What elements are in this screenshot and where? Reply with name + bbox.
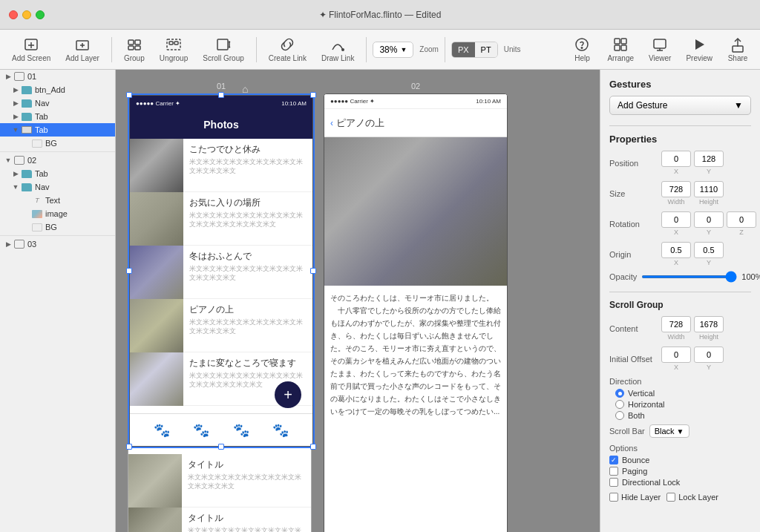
list-item: タイトル 米文米文米文米文米文米文米文米文米文米文米文米文 bbox=[128, 508, 311, 532]
expand-icon: ▼ bbox=[10, 125, 21, 135]
directional-lock-checkbox[interactable] bbox=[609, 478, 618, 487]
paging-checkbox[interactable] bbox=[609, 467, 618, 476]
bounce-option[interactable]: ✓ Bounce bbox=[609, 456, 751, 464]
create-link-button[interactable]: Create Link bbox=[263, 33, 312, 65]
dir-vertical-option[interactable]: Vertical bbox=[615, 389, 751, 398]
preview-button[interactable]: Preview bbox=[680, 33, 718, 65]
help-button[interactable]: Help bbox=[566, 33, 598, 65]
divider bbox=[0, 151, 115, 152]
size-h-input[interactable] bbox=[694, 181, 724, 197]
rot-z-input[interactable] bbox=[727, 211, 756, 228]
pt-unit-button[interactable]: PT bbox=[475, 42, 497, 57]
add-layer-button[interactable]: Add Layer bbox=[59, 33, 105, 65]
resize-handle-tm[interactable] bbox=[218, 92, 224, 98]
dir-horizontal-option[interactable]: Horizontal bbox=[615, 400, 751, 409]
sidebar-item-nav1[interactable]: ▶ Nav bbox=[0, 96, 115, 110]
sidebar-item-image[interactable]: image bbox=[0, 207, 115, 220]
scroll-group-button[interactable]: Scroll Group bbox=[197, 33, 250, 65]
resize-handle-tl[interactable] bbox=[126, 92, 132, 98]
resize-handle-mr[interactable] bbox=[310, 268, 316, 274]
directional-lock-option[interactable]: Directional Lock bbox=[609, 478, 751, 487]
content-w-input[interactable] bbox=[661, 316, 691, 332]
draw-link-button[interactable]: Draw Link bbox=[315, 33, 360, 65]
scrollbar-dropdown-arrow: ▼ bbox=[677, 427, 684, 436]
list-item: お気に入りの場所 米文米文米文米文米文米文米文米文米文米文米文米文米文米文米文 bbox=[130, 192, 312, 246]
hide-layer-option[interactable]: Hide Layer bbox=[609, 493, 661, 502]
pos-y-input[interactable] bbox=[694, 151, 724, 167]
sidebar-item-text[interactable]: T Text bbox=[0, 194, 115, 207]
add-screen-button[interactable]: Add Screen bbox=[6, 33, 56, 65]
sidebar-item-screen03[interactable]: ▶ 03 bbox=[0, 237, 115, 251]
add-gesture-button[interactable]: Add Gesture ▼ bbox=[609, 96, 751, 115]
sidebar-item-screen02[interactable]: ▼ 02 bbox=[0, 154, 115, 167]
arrange-button[interactable]: Arrange bbox=[601, 33, 640, 65]
rot-x-input[interactable] bbox=[661, 211, 691, 228]
resize-handle-br[interactable] bbox=[310, 444, 316, 450]
viewer-button[interactable]: Viewer bbox=[643, 33, 677, 65]
tab-bar-01: 🐾 🐾 🐾 🐾 bbox=[130, 413, 312, 446]
svg-rect-13 bbox=[217, 39, 228, 50]
sidebar-item-new-scroll-layer[interactable]: ▼ Tab bbox=[0, 123, 115, 137]
offset-x-input[interactable] bbox=[661, 347, 691, 363]
sidebar-item-bg1[interactable]: BG bbox=[0, 137, 115, 150]
sidebar-item-nav2[interactable]: ▼ Nav bbox=[0, 180, 115, 194]
offset-y-input[interactable] bbox=[694, 347, 724, 363]
sidebar-item-screen01[interactable]: ▶ 01 bbox=[0, 70, 115, 83]
hero-image bbox=[324, 137, 507, 286]
share-button[interactable]: Share bbox=[721, 33, 754, 65]
scrollbar-select[interactable]: Black ▼ bbox=[649, 424, 689, 438]
phone-01-content: こたつでひと休み 米文米文米文米文米文米文米文米文米文米文米文米文 お気に入りの… bbox=[130, 139, 312, 413]
pos-x-input[interactable] bbox=[661, 151, 691, 167]
maximize-button[interactable] bbox=[36, 10, 45, 19]
close-button[interactable] bbox=[9, 10, 18, 19]
svg-rect-7 bbox=[135, 40, 140, 45]
dir-both-option[interactable]: Both bbox=[615, 411, 751, 420]
back-button[interactable]: ‹ bbox=[330, 118, 333, 128]
resize-handle-ml[interactable] bbox=[126, 268, 132, 274]
px-unit-button[interactable]: PX bbox=[452, 42, 475, 57]
direction-row: Direction Vertical Horizontal Both bbox=[609, 377, 751, 420]
gestures-title: Gestures bbox=[609, 79, 751, 90]
traffic-lights bbox=[9, 10, 45, 19]
status-bar-02: ●●●●● Carrier ✦ 10:10 AM bbox=[324, 94, 507, 109]
list-item: こたつでひと休み 米文米文米文米文米文米文米文米文米文米文米文米文 bbox=[130, 139, 312, 192]
canvas-area[interactable]: ⌂ 01 ●●●●● Carrier ✦ 10:10 AM Photos bbox=[116, 70, 600, 532]
nav-bar-01: Photos bbox=[130, 111, 312, 139]
fab-button[interactable]: + bbox=[275, 381, 301, 408]
orig-y-input[interactable] bbox=[694, 242, 724, 258]
paging-option[interactable]: Paging bbox=[609, 467, 751, 476]
group-button[interactable]: Group bbox=[118, 33, 151, 65]
minimize-button[interactable] bbox=[22, 10, 31, 19]
content-h-input[interactable] bbox=[694, 316, 724, 332]
panel-divider1 bbox=[609, 125, 751, 126]
orig-x-input[interactable] bbox=[661, 242, 691, 258]
content-w-wrap: Width bbox=[661, 316, 691, 341]
sidebar-item-btn-add[interactable]: ▶ btn_Add bbox=[0, 83, 115, 96]
image-icon bbox=[31, 208, 43, 219]
resize-handle-tr[interactable] bbox=[310, 92, 316, 98]
sidebar-item-tab2[interactable]: ▶ Tab bbox=[0, 167, 115, 180]
units-control[interactable]: PX PT bbox=[451, 42, 498, 58]
main-layout: ▶ 01 ▶ btn_Add ▶ Nav ▶ Tab ▼ Tab BG bbox=[0, 70, 760, 532]
lock-layer-option[interactable]: Lock Layer bbox=[666, 493, 718, 502]
bounce-checkbox[interactable]: ✓ bbox=[609, 456, 618, 464]
rot-y-input[interactable] bbox=[694, 211, 724, 228]
sep1 bbox=[111, 37, 112, 62]
hide-layer-checkbox[interactable] bbox=[609, 493, 618, 502]
sidebar-item-tab1[interactable]: ▶ Tab bbox=[0, 110, 115, 123]
lock-layer-checkbox[interactable] bbox=[666, 493, 675, 502]
opacity-slider[interactable] bbox=[641, 275, 737, 278]
radio-horizontal bbox=[615, 400, 624, 409]
folder-icon bbox=[21, 168, 33, 179]
resize-handle-bl[interactable] bbox=[126, 444, 132, 450]
radio-both bbox=[615, 411, 624, 420]
sidebar-item-bg2[interactable]: BG bbox=[0, 220, 115, 234]
size-w-input[interactable] bbox=[661, 181, 691, 197]
expand-icon: ▶ bbox=[10, 85, 21, 95]
expand-icon bbox=[21, 138, 31, 148]
ungroup-button[interactable]: Ungroup bbox=[154, 33, 194, 65]
zoom-control[interactable]: 38% ▼ bbox=[373, 42, 413, 58]
position-row: Position X Y bbox=[609, 151, 751, 175]
resize-handle-bm[interactable] bbox=[218, 444, 224, 450]
list-item-image bbox=[128, 454, 182, 508]
